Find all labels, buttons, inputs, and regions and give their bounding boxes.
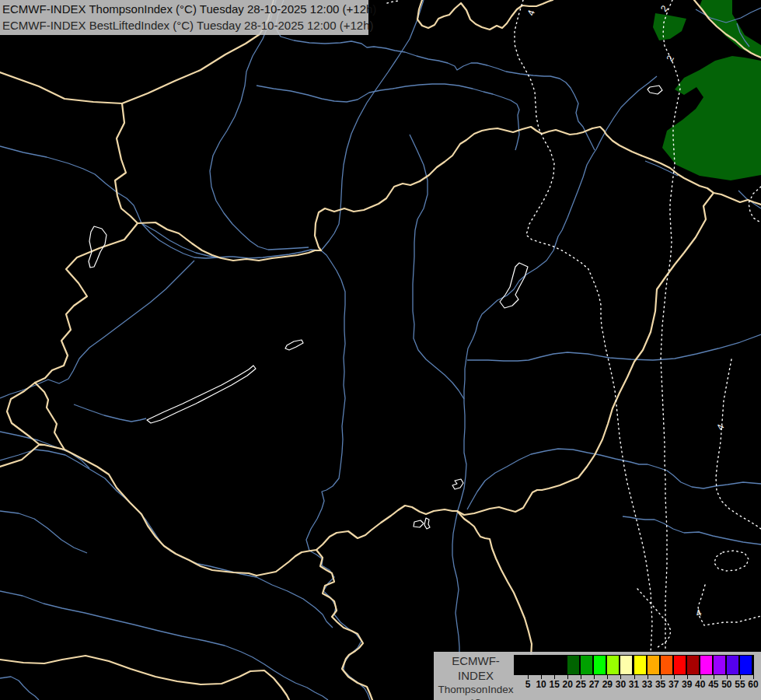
legend-color-cell: [594, 656, 606, 674]
map-canvas: 22444: [0, 0, 761, 700]
lake-neusiedl: [89, 226, 106, 268]
contour-lifted2-east: [661, 0, 680, 651]
legend-color-cell: [607, 656, 619, 674]
river-koros: [467, 334, 761, 361]
legend-color-cell: [634, 656, 646, 674]
contour-lifted4-mid: [716, 359, 761, 529]
weather-map-page: 22444 ECMWF-INDEX ThompsonIndex (°C) Tue…: [0, 0, 761, 700]
legend-color-cell: [661, 656, 672, 674]
border-slovenia-loop: [7, 383, 44, 445]
lake-small-2: [424, 518, 430, 529]
contour-value-label: 4: [714, 422, 727, 432]
river-northeast-4: [738, 191, 761, 208]
river-southwest-1: [0, 511, 87, 553]
river-southwest-2: [0, 677, 39, 700]
border-hungary-romania-east: [542, 193, 714, 490]
contour-value-label: 2: [664, 53, 676, 63]
legend-color-cell: [567, 656, 579, 674]
river-maros: [467, 449, 761, 509]
border-serbia-romania: [457, 511, 532, 657]
border-hungary-slovakia-east: [420, 127, 641, 181]
border-sava: [0, 656, 289, 700]
legend-index-name: ThompsonIndex: [437, 683, 515, 697]
river-hron: [410, 135, 464, 399]
legend-color-cell: [620, 656, 632, 674]
legend-color-cell: [740, 656, 752, 674]
contour-value-label: 4: [694, 607, 703, 619]
legend-tick-label: 60: [745, 679, 761, 690]
border-drava: [0, 445, 257, 576]
legend-color-cell: [727, 656, 738, 674]
legend-panel: ECMWF-INDEX ThompsonIndex °C 51015202527…: [434, 652, 761, 700]
border-czech-austria: [0, 72, 122, 103]
legend-color-cell: [648, 656, 659, 674]
index-patch-green-small: [653, 13, 686, 40]
legend-unit-label: °C: [437, 697, 515, 700]
contour-lifted4-se: [698, 585, 761, 625]
legend-color-cell: [554, 656, 566, 674]
legend-color-cell: [528, 656, 539, 674]
title-bar: ECMWF-INDEX ThompsonIndex (°C) Tuesday 2…: [0, 0, 368, 35]
legend-colorbar: [514, 655, 754, 675]
lake-small-ne: [648, 86, 662, 94]
contour-value-label: 4: [525, 9, 538, 17]
legend-model-name: ECMWF-INDEX: [437, 653, 515, 683]
border-ipel: [315, 181, 420, 250]
river-drava: [0, 450, 333, 628]
lake-small-3: [452, 479, 463, 489]
lake-velence: [285, 340, 303, 350]
legend-color-cell: [541, 656, 553, 674]
river-raba: [0, 261, 194, 398]
contour-lifted2-west: [515, 0, 652, 653]
title-line-thompson-index: ECMWF-INDEX ThompsonIndex (°C) Tuesday 2…: [0, 0, 368, 17]
border-austria-hungary: [35, 223, 138, 383]
river-danube-main: [233, 250, 370, 700]
legend-color-cell: [714, 656, 725, 674]
border-hungary-slovakia-danube: [138, 222, 321, 261]
title-line-best-lifted-index: ECMWF-INDEX BestLiftedIndex (°C) Tuesday…: [0, 17, 368, 33]
lake-balaton: [147, 366, 256, 423]
border-hungary-romania-south: [457, 490, 542, 515]
lake-tisza: [500, 263, 528, 308]
legend-color-cell: [674, 656, 686, 674]
river-zala: [74, 404, 146, 422]
river-slana: [257, 84, 519, 150]
border-hungary-croatia-west: [35, 383, 65, 450]
legend-color-cell: [687, 656, 699, 674]
index-patch-green-band: [700, 0, 761, 58]
river-vah: [322, 0, 424, 250]
contour-top-fragment: [387, 1, 399, 3]
legend-title-block: ECMWF-INDEX ThompsonIndex °C: [437, 653, 515, 700]
legend-color-cell: [581, 656, 592, 674]
contour-value-label: 2: [658, 3, 670, 14]
legend-color-cell: [700, 656, 712, 674]
contour-oval: [714, 551, 749, 571]
river-maros-south: [623, 516, 761, 544]
border-hungary-south: [257, 506, 457, 576]
river-morava: [210, 0, 309, 250]
legend-color-cell: [515, 656, 526, 674]
lake-small-1: [414, 520, 424, 527]
